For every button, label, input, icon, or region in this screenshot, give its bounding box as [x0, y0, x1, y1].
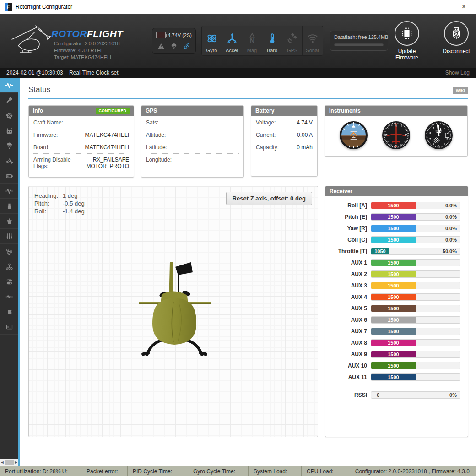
page-title: Status [28, 85, 50, 94]
sidebar-item-power[interactable] [0, 168, 18, 184]
accel-icon [226, 32, 238, 44]
sensor-gyro: Gyro [202, 26, 222, 55]
wiki-button[interactable]: WIKI [453, 87, 468, 94]
info-value: MATEKG474HELI [85, 132, 129, 138]
gps-panel: GPS Sats: Altitude: Latitude: Longitude: [141, 105, 244, 178]
svg-text:E: E [405, 134, 407, 137]
sidebar-item-gyro[interactable] [0, 184, 18, 199]
battery-label: Current: [256, 132, 276, 138]
attitude-row: Roll: -1.4 deg [34, 207, 85, 215]
gps-label: Longitude: [146, 157, 172, 163]
scroll-thumb[interactable] [5, 460, 14, 465]
channel-bar-fill: 1500 [371, 340, 416, 346]
svg-text:30: 30 [387, 127, 389, 130]
receiver-channel-row: AUX 1 1500 [325, 259, 460, 266]
window-title: Rotorflight Configurator [16, 4, 72, 10]
channel-label: Yaw [R] [325, 225, 371, 232]
status-bar: Port utilization: D: 28% U:Packet error:… [0, 466, 476, 476]
sidebar-item-cli[interactable] [0, 319, 18, 335]
model-view-panel[interactable]: Heading: 1 degPitch: -0.5 degRoll: -1.4 … [28, 186, 318, 437]
logo-block: ROTORFLIGHT Configurator: 2.0.0-20231018… [8, 21, 146, 61]
sidebar-item-status[interactable] [0, 78, 18, 93]
info-panel: Info CONFIGURED Craft Name: Firmware: MA… [28, 105, 134, 178]
statusbar-cell: Gyro Cycle Time: [188, 466, 249, 476]
channel-bar-fill: 1500 [371, 237, 416, 243]
pulseline-icon [5, 293, 13, 301]
info-label: Arming Disable Flags: [33, 157, 74, 169]
channel-bar-fill: 1500 [371, 294, 416, 300]
reset-z-axis-button[interactable]: Reset Z axis, offset: 0 deg [226, 192, 312, 205]
channel-bar: 1500 [371, 351, 460, 358]
svg-text:15: 15 [400, 144, 402, 146]
show-log-button[interactable]: Show Log [445, 70, 470, 76]
sidebar-item-adjustments[interactable] [0, 259, 18, 274]
scroll-left-icon[interactable]: ◄ [0, 460, 5, 465]
minimize-icon[interactable] [417, 7, 422, 7]
channel-percent: 0.0% [445, 214, 457, 220]
chip-icon [5, 308, 13, 316]
helicopter-model [133, 260, 216, 360]
statusbar-cell: CPU Load: [302, 466, 343, 476]
sensor-indicators: GyroAccelNMagBaroGPSSonar [201, 26, 323, 56]
channel-bar-fill: 1500 [371, 374, 416, 380]
update-firmware-button[interactable]: UpdateFirmware [388, 21, 426, 61]
attitude-label: Pitch: [34, 200, 63, 207]
sidebar-item-setup[interactable] [0, 93, 18, 108]
sidebar-item-modes[interactable] [0, 274, 18, 289]
disconnect-button[interactable]: Disconnect [438, 21, 475, 61]
receiver-channel-row: Pitch [E] 1500 0.0% [325, 213, 460, 221]
instruments-panel: Instruments [325, 105, 468, 157]
mag-icon: N [246, 32, 258, 44]
sidebar-item-mixer[interactable] [0, 244, 18, 259]
sidebar-item-configuration[interactable] [0, 108, 18, 123]
channel-label: AUX 1 [325, 260, 371, 266]
channel-bar: 1500 0.0% [371, 236, 460, 243]
version-line: Firmware: 4.3.0 RTFL [54, 47, 123, 54]
sidebar-item-motors[interactable] [0, 214, 18, 229]
channel-bar: 1500 [371, 305, 460, 312]
channel-label: Roll [A] [325, 202, 371, 209]
gyro-icon [206, 32, 218, 44]
sensor-label: Baro [267, 48, 277, 53]
channel-percent: 50.0% [443, 248, 457, 254]
scroll-right-icon[interactable]: ► [14, 460, 18, 465]
sidebar-item-gps[interactable] [0, 153, 18, 168]
battery-value: 0 mAh [297, 144, 313, 151]
battery-icon [156, 32, 166, 38]
sidebar-item-receiver[interactable] [0, 123, 18, 138]
terminal-icon [5, 323, 13, 331]
attitude-label: Roll: [34, 207, 63, 215]
attitude-row: Heading: 1 deg [34, 192, 85, 200]
battery-voltage: 4.74V (2S) [168, 32, 192, 38]
maximize-icon[interactable] [440, 5, 444, 9]
channel-bar: 1500 0.0% [371, 213, 460, 221]
battery-icon [5, 172, 13, 180]
info-row: Firmware: MATEKG474HELI [33, 129, 129, 141]
channel-bar: 1500 [371, 316, 460, 324]
sidebar-item-onboard-logging[interactable] [0, 304, 18, 319]
sidebar-item-blackbox[interactable] [0, 289, 18, 304]
receiver-channel-row: AUX 10 1500 [325, 362, 460, 369]
info-row: Arming Disable Flags: RX_FAILSAFE MOTOR_… [33, 154, 129, 172]
channel-label: Coll [C] [325, 237, 371, 243]
channel-label: AUX 9 [325, 351, 371, 357]
wrench-icon [5, 97, 13, 104]
horizontal-scrollbar[interactable]: ◄► [0, 459, 18, 466]
info-label: Craft Name: [33, 119, 63, 126]
sensor-label: Sonar [306, 48, 319, 53]
log-message: 2024-02-01 @10:30:03 – Real-Time Clock s… [6, 70, 119, 76]
info-panel-title: Info [33, 108, 43, 114]
servo-icon [5, 202, 13, 210]
instruments-panel-title: Instruments [329, 108, 361, 114]
battery-row: Voltage: 4.74 V [256, 117, 313, 129]
receiver-panel: Receiver Roll [A] 1500 0.0% Pitch [E] 15… [325, 186, 468, 437]
channel-bar-fill: 1500 [371, 305, 416, 312]
parachute-icon [5, 142, 13, 150]
close-icon[interactable]: × [462, 4, 466, 10]
channel-bar: 1500 0.0% [371, 225, 460, 232]
sidebar-item-tuning[interactable] [0, 229, 18, 244]
receiver-channel-row: Yaw [R] 1500 0.0% [325, 225, 460, 232]
sidebar-item-servos[interactable] [0, 199, 18, 214]
sidebar-item-failsafe[interactable] [0, 138, 18, 153]
altimeter: 0123 4567 89 [424, 121, 453, 150]
